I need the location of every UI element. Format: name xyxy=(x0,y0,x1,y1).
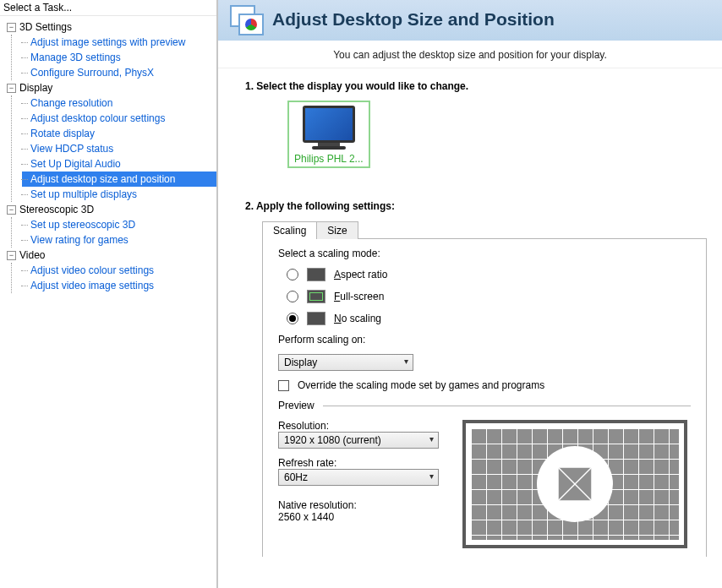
monitor-icon xyxy=(303,106,355,143)
monitor-base-icon xyxy=(312,146,346,150)
tree-item-desktop-size-position[interactable]: Adjust desktop size and position xyxy=(22,172,216,187)
tree-group-label: Display xyxy=(19,81,52,95)
aspect-ratio-icon xyxy=(307,268,325,281)
preview-monitor xyxy=(462,420,687,548)
radio-full-screen[interactable]: Full-screen xyxy=(278,290,691,303)
task-tree: − 3D Settings Adjust image settings with… xyxy=(0,16,216,293)
radio-label: No scaling xyxy=(334,313,381,324)
page-title: Adjust Desktop Size and Position xyxy=(272,9,555,30)
tree-item-digital-audio[interactable]: Set Up Digital Audio xyxy=(22,156,216,172)
resolution-select[interactable]: 1920 x 1080 (current) xyxy=(278,432,439,449)
preview-label: Preview xyxy=(278,400,315,411)
tree-group-3d-settings[interactable]: − 3D Settings xyxy=(7,19,216,35)
native-res-label: Native resolution: xyxy=(278,499,439,511)
radio-icon[interactable] xyxy=(287,269,298,280)
tree-group-label: 3D Settings xyxy=(19,20,72,34)
display-name-label: Philips PHL 2... xyxy=(294,153,364,165)
display-settings-icon xyxy=(230,5,262,34)
perform-scaling-select[interactable]: Display xyxy=(278,354,413,371)
tree-item-video-image[interactable]: Adjust video image settings xyxy=(22,278,216,293)
tree-group-display[interactable]: − Display xyxy=(7,80,216,95)
override-checkbox[interactable] xyxy=(278,380,289,391)
radio-no-scaling[interactable]: No scaling xyxy=(278,312,691,325)
scaling-mode-label: Select a scaling mode: xyxy=(278,248,691,259)
display-thumbnail[interactable]: Philips PHL 2... xyxy=(287,101,370,168)
perform-scaling-label: Perform scaling on: xyxy=(278,334,691,346)
no-scaling-icon xyxy=(307,312,325,325)
page-subtitle: You can adjust the desktop size and posi… xyxy=(218,41,722,68)
radio-label: Aspect ratio xyxy=(334,269,387,280)
collapse-icon[interactable]: − xyxy=(7,205,16,215)
tree-item-setup-stereo3d[interactable]: Set up stereoscopic 3D xyxy=(22,217,216,232)
settings-tabs: Scaling Size xyxy=(262,220,707,239)
collapse-icon[interactable]: − xyxy=(7,23,16,32)
tree-item-rotate-display[interactable]: Rotate display xyxy=(22,126,216,141)
tab-size[interactable]: Size xyxy=(316,221,358,239)
radio-icon[interactable] xyxy=(287,291,298,302)
tree-item-adjust-colour[interactable]: Adjust desktop colour settings xyxy=(22,111,216,126)
tree-item-video-colour[interactable]: Adjust video colour settings xyxy=(22,263,216,278)
tree-group-video[interactable]: − Video xyxy=(7,248,216,263)
tree-group-label: Stereoscopic 3D xyxy=(19,203,94,216)
refresh-label: Refresh rate: xyxy=(278,457,439,469)
radio-icon[interactable] xyxy=(287,313,298,324)
full-screen-icon xyxy=(307,290,325,303)
tree-group-stereo3d[interactable]: − Stereoscopic 3D xyxy=(7,202,216,217)
tree-item-change-resolution[interactable]: Change resolution xyxy=(22,95,216,111)
tab-scaling[interactable]: Scaling xyxy=(262,221,317,239)
tree-item-manage-3d-settings[interactable]: Manage 3D settings xyxy=(22,50,216,65)
step2-label: 2. Apply the following settings: xyxy=(245,200,707,212)
content-pane: Adjust Desktop Size and Position You can… xyxy=(218,0,722,588)
tree-item-multiple-displays[interactable]: Set up multiple displays xyxy=(22,187,216,202)
step1-label: 1. Select the display you would like to … xyxy=(245,80,707,92)
refresh-select[interactable]: 60Hz xyxy=(278,469,439,486)
collapse-icon[interactable]: − xyxy=(7,251,16,260)
override-label: Override the scaling mode set by games a… xyxy=(298,379,544,391)
resolution-label: Resolution: xyxy=(278,420,439,432)
tree-item-view-hdcp[interactable]: View HDCP status xyxy=(22,141,216,156)
override-row[interactable]: Override the scaling mode set by games a… xyxy=(278,379,691,391)
radio-aspect-ratio[interactable]: Aspect ratio xyxy=(278,268,691,281)
preview-pattern-icon xyxy=(537,446,613,522)
tree-item-configure-surround[interactable]: Configure Surround, PhysX xyxy=(22,65,216,80)
collapse-icon[interactable]: − xyxy=(7,84,16,93)
tab-scaling-body: Select a scaling mode: Aspect ratio Full… xyxy=(262,239,707,557)
sidebar-title: Select a Task... xyxy=(0,0,216,16)
radio-label: Full-screen xyxy=(334,291,384,302)
page-header: Adjust Desktop Size and Position xyxy=(218,0,722,41)
native-res-value: 2560 x 1440 xyxy=(278,511,439,523)
preview-divider: Preview xyxy=(278,400,691,411)
tree-item-adjust-image-settings[interactable]: Adjust image settings with preview xyxy=(22,35,216,50)
tree-group-label: Video xyxy=(19,248,45,262)
task-sidebar: Select a Task... − 3D Settings Adjust im… xyxy=(0,0,218,588)
tree-item-view-rating[interactable]: View rating for games xyxy=(22,232,216,248)
settings-body: 1. Select the display you would like to … xyxy=(218,68,722,588)
